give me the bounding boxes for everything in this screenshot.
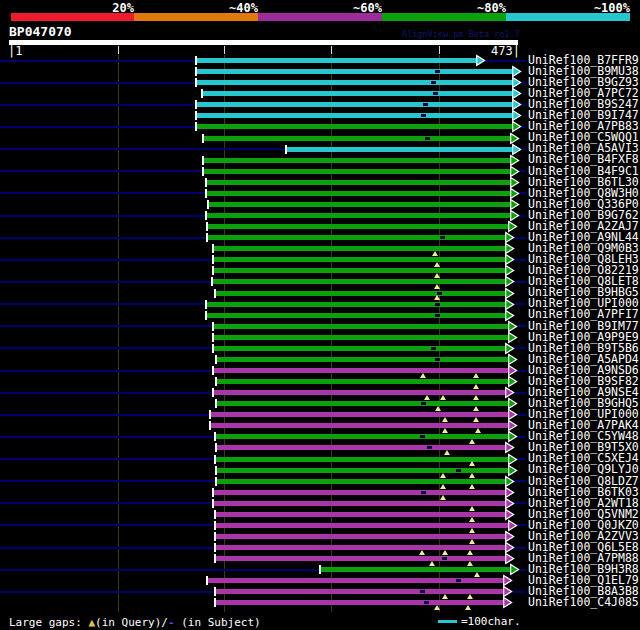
hit-bar[interactable]	[204, 169, 510, 174]
hit-bar[interactable]	[216, 291, 505, 296]
hit-start-tick	[215, 355, 217, 364]
hit-bar[interactable]	[217, 479, 505, 484]
hit-label[interactable]: UniRef100_C4J085	[528, 597, 639, 608]
hit-bar[interactable]	[207, 191, 510, 196]
hit-bar[interactable]	[214, 246, 505, 251]
scalebar-label: ~60%	[353, 1, 382, 14]
hit-bar[interactable]	[213, 279, 505, 284]
subject-gap-dash	[431, 347, 436, 350]
hit-bar[interactable]	[216, 534, 505, 539]
query-gap-triangle	[474, 572, 480, 577]
subject-gap-dash	[421, 114, 426, 117]
gap-legend-query-text: (in Query)/	[95, 616, 168, 629]
query-gap-triangle	[432, 251, 438, 256]
hit-bar[interactable]	[197, 80, 512, 85]
hit-start-tick	[205, 300, 207, 309]
query-gap-triangle	[419, 550, 425, 555]
query-gap-triangle	[435, 406, 441, 411]
hit-start-tick	[214, 532, 216, 541]
hit-start-tick	[201, 89, 203, 98]
ruler-tick	[224, 46, 225, 54]
hit-bar[interactable]	[197, 124, 512, 129]
hit-bar[interactable]	[214, 346, 505, 351]
hit-bar[interactable]	[216, 457, 508, 462]
hit-bar[interactable]	[209, 202, 510, 207]
hit-bar[interactable]	[197, 102, 512, 107]
hit-bar[interactable]	[216, 589, 503, 594]
hit-bar[interactable]	[216, 512, 505, 517]
query-gap-triangle	[442, 428, 448, 433]
hit-bar[interactable]	[214, 335, 508, 340]
hit-start-tick	[212, 388, 214, 397]
subject-gap-dash	[421, 402, 426, 405]
hit-bar[interactable]	[217, 401, 508, 406]
hit-bar[interactable]	[287, 147, 512, 152]
query-gap-triangle	[467, 561, 473, 566]
hit-bar[interactable]	[214, 390, 505, 395]
query-gap-triangle	[440, 484, 446, 489]
subject-gap-dash	[442, 557, 447, 560]
subject-gap-dash	[431, 81, 436, 84]
hit-start-tick	[195, 111, 197, 120]
hit-bar[interactable]	[211, 412, 508, 417]
subject-gap-dash	[435, 358, 440, 361]
hit-bar[interactable]	[197, 113, 512, 118]
scalebar-label: 20%	[112, 1, 134, 14]
hit-bar[interactable]	[214, 268, 505, 273]
hit-bar[interactable]	[207, 313, 505, 318]
query-gap-triangle	[424, 395, 430, 400]
ruler-start-label: |1	[8, 44, 22, 58]
hit-bar[interactable]	[217, 445, 505, 450]
hit-start-tick	[212, 366, 214, 375]
query-bar	[9, 40, 518, 45]
hit-start-tick	[285, 145, 287, 154]
hit-bar[interactable]	[214, 257, 505, 262]
hit-bar[interactable]	[214, 501, 505, 506]
subject-gap-dash	[437, 292, 442, 295]
hit-bar[interactable]	[211, 423, 508, 428]
hit-bar[interactable]	[216, 523, 508, 528]
hit-start-tick	[319, 565, 321, 574]
gap-legend: Large gaps: ▲(in Query)/- (in Subject)	[9, 616, 261, 629]
hit-bar[interactable]	[216, 556, 505, 561]
query-gap-triangle	[434, 284, 440, 289]
hit-bar[interactable]	[208, 235, 505, 240]
hit-bar[interactable]	[217, 357, 508, 362]
watermark-text: AlignView.pm Beta re1.7	[402, 29, 520, 39]
hit-bar[interactable]	[214, 490, 505, 495]
hit-bar[interactable]	[204, 136, 510, 141]
hit-bar[interactable]	[197, 58, 476, 63]
hit-start-tick	[212, 322, 214, 331]
hit-bar[interactable]	[216, 434, 508, 439]
hit-bar[interactable]	[217, 379, 508, 384]
hit-bar[interactable]	[207, 213, 510, 218]
hit-start-tick	[202, 156, 204, 165]
hit-bar[interactable]	[214, 324, 508, 329]
hit-bar[interactable]	[217, 468, 508, 473]
query-gap-triangle	[440, 495, 446, 500]
hit-start-tick	[195, 56, 197, 65]
hit-bar[interactable]	[203, 91, 512, 96]
query-gap-triangle	[469, 506, 475, 511]
subject-gap-dash-icon: -	[168, 616, 175, 629]
query-gap-triangle	[469, 473, 475, 478]
hit-start-tick	[214, 432, 216, 441]
hit-bar[interactable]	[207, 180, 510, 185]
hit-bar[interactable]	[204, 158, 510, 163]
hit-bar[interactable]	[321, 567, 510, 572]
hit-start-tick	[195, 67, 197, 76]
subject-gap-dash	[427, 446, 432, 449]
scalebar-label: ~100%	[594, 1, 630, 14]
hit-arrow-icon	[503, 596, 513, 609]
query-gap-triangle	[434, 605, 440, 610]
hit-start-tick	[209, 421, 211, 430]
hit-bar[interactable]	[207, 302, 505, 307]
hit-bar[interactable]	[197, 69, 512, 74]
hit-bar[interactable]	[214, 368, 508, 373]
hit-start-tick	[214, 521, 216, 530]
subject-gap-dash	[456, 579, 461, 582]
query-gap-triangle	[420, 373, 426, 378]
hit-bar[interactable]	[216, 545, 505, 550]
hit-bar[interactable]	[216, 600, 503, 605]
hit-bar[interactable]	[208, 224, 508, 229]
